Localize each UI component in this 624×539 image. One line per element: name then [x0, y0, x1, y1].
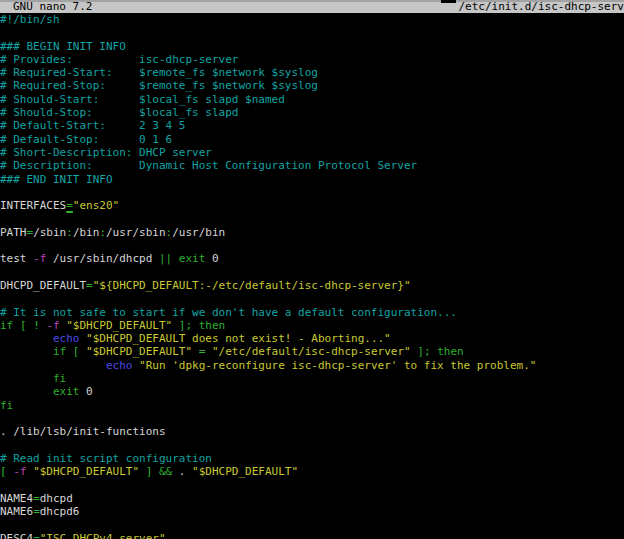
code-segment: exit [53, 385, 80, 398]
code-line [0, 239, 624, 252]
code-segment: # Description: Dynamic Host Configuratio… [0, 159, 417, 172]
code-segment: INTERFACES [0, 199, 66, 212]
code-segment: dhcpd6 [40, 505, 80, 518]
code-segment: fi [0, 399, 13, 412]
code-segment: # Read init script configuration [0, 452, 212, 465]
code-line: DESC4="ISC DHCPv4 server" [0, 532, 624, 539]
code-segment [172, 252, 179, 265]
code-segment: fi [53, 372, 66, 385]
code-segment: "$DHCPD_DEFAULT" [192, 465, 298, 478]
code-segment [0, 372, 53, 385]
code-line: exit 0 [0, 385, 624, 398]
code-line [0, 186, 624, 199]
code-segment: if [53, 345, 66, 358]
code-line: # Default-Start: 2 3 4 5 [0, 119, 624, 132]
code-segment: "${DHCPD_DEFAULT:-/etc/default/isc-dhcp-… [93, 279, 411, 292]
code-segment: # Provides: isc-dhcp-server [0, 53, 238, 66]
code-segment: /usr/bin [172, 226, 225, 239]
code-segment: # Required-Start: $remote_fs $network $s… [0, 66, 318, 79]
code-segment [0, 332, 53, 345]
code-segment: ### END INIT INFO [0, 173, 113, 186]
code-segment: || [159, 252, 172, 265]
code-segment: [ [0, 465, 7, 478]
code-line: test -f /usr/sbin/dhcpd || exit 0 [0, 252, 624, 265]
code-segment: = [86, 279, 93, 292]
code-segment [139, 465, 146, 478]
terminal-screen[interactable]: GNU nano 7.2 /etc/init.d/isc-dhcp-serv #… [0, 0, 624, 539]
code-line [0, 478, 624, 491]
code-segment: ! [33, 319, 40, 332]
code-segment: test [0, 252, 33, 265]
code-segment: -f [46, 319, 59, 332]
code-line: ### BEGIN INIT INFO [0, 40, 624, 53]
code-segment [205, 345, 212, 358]
code-segment: : [66, 226, 73, 239]
code-segment: "$DHCPD_DEFAULT does not exist! - Aborti… [86, 332, 391, 345]
code-segment: echo [53, 332, 80, 345]
code-segment: #!/bin/sh [0, 13, 60, 26]
code-line: . /lib/lsb/init-functions [0, 425, 624, 438]
code-segment: /usr/sbin/dhcpd [46, 252, 159, 265]
code-line: #!/bin/sh [0, 13, 624, 26]
code-segment: if [0, 319, 13, 332]
code-line: NAME6=dhcpd6 [0, 505, 624, 518]
code-line: fi [0, 372, 624, 385]
code-segment: ### BEGIN INIT INFO [0, 40, 126, 53]
code-line: # Provides: isc-dhcp-server [0, 53, 624, 66]
code-segment: = [33, 532, 40, 539]
code-line: # Description: Dynamic Host Configuratio… [0, 159, 624, 172]
code-segment: . [172, 465, 192, 478]
nano-titlebar: GNU nano 7.2 /etc/init.d/isc-dhcp-serv [0, 0, 624, 13]
code-segment: /sbin [33, 226, 66, 239]
code-segment: dhcpd [40, 492, 73, 505]
code-segment: /usr/sbin [106, 226, 166, 239]
code-line: if [ ! -f "$DHCPD_DEFAULT" ]; then [0, 319, 624, 332]
code-segment: then [437, 345, 464, 358]
code-line: echo "$DHCPD_DEFAULT does not exist! - A… [0, 332, 624, 345]
window-top-edge [0, 0, 624, 2]
code-line: # It is not safe to start if we don't ha… [0, 306, 624, 319]
code-line: # Required-Stop: $remote_fs $network $sy… [0, 79, 624, 92]
code-line: [ -f "$DHCPD_DEFAULT" ] && . "$DHCPD_DEF… [0, 465, 624, 478]
code-line [0, 266, 624, 279]
code-segment: = [33, 492, 40, 505]
code-segment: # Default-Start: 2 3 4 5 [0, 119, 185, 132]
code-segment: [ [20, 319, 27, 332]
code-segment: PATH [0, 226, 27, 239]
code-line [0, 26, 624, 39]
code-segment: # It is not safe to start if we don't ha… [0, 306, 457, 319]
code-segment [0, 359, 106, 372]
code-line: DHCPD_DEFAULT="${DHCPD_DEFAULT:-/etc/def… [0, 279, 624, 292]
code-segment: # Short-Description: DHCP server [0, 146, 212, 159]
code-segment: # Required-Stop: $remote_fs $network $sy… [0, 79, 318, 92]
code-segment: NAME6 [0, 505, 33, 518]
code-line: NAME4=dhcpd [0, 492, 624, 505]
code-segment [152, 465, 159, 478]
code-line [0, 292, 624, 305]
code-segment: "$DHCPD_DEFAULT" [33, 465, 139, 478]
code-line [0, 212, 624, 225]
code-segment: 0 [79, 385, 92, 398]
code-segment: ] [417, 345, 424, 358]
code-segment: "/etc/default/isc-dhcp-server" [212, 345, 411, 358]
code-lines: #!/bin/sh### BEGIN INIT INFO# Provides: … [0, 13, 624, 539]
code-segment: /bin [73, 226, 100, 239]
code-line: # Should-Start: $local_fs slapd $named [0, 93, 624, 106]
code-segment: -f [33, 252, 46, 265]
code-line: # Default-Stop: 0 1 6 [0, 133, 624, 146]
code-line: # Read init script configuration [0, 452, 624, 465]
code-segment: DESC4 [0, 532, 33, 539]
code-line: ### END INIT INFO [0, 173, 624, 186]
code-segment [0, 385, 53, 398]
code-line [0, 412, 624, 425]
code-segment: = [33, 505, 40, 518]
code-segment: . /lib/lsb/init-functions [0, 425, 166, 438]
code-line: # Should-Stop: $local_fs slapd [0, 106, 624, 119]
code-segment: # Should-Stop: $local_fs slapd [0, 106, 238, 119]
code-segment: -f [13, 465, 26, 478]
code-segment: 0 [205, 252, 218, 265]
code-segment: "Run 'dpkg-reconfigure isc-dhcp-server' … [139, 359, 536, 372]
code-line: # Short-Description: DHCP server [0, 146, 624, 159]
code-segment [192, 319, 199, 332]
code-segment: "ens20" [73, 199, 119, 212]
